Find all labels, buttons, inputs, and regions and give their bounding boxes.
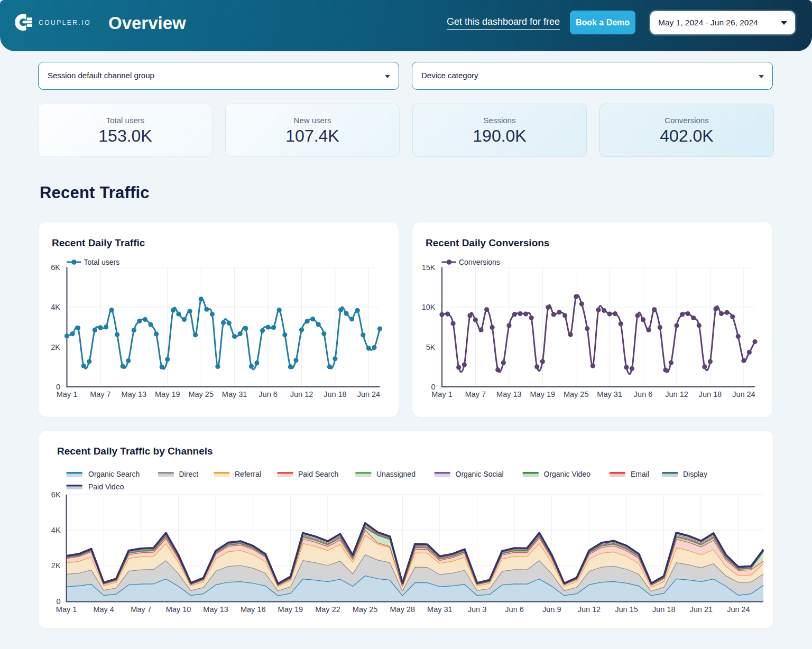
svg-text:Jun 6: Jun 6	[505, 605, 523, 614]
svg-text:Jun 18: Jun 18	[324, 390, 347, 398]
svg-text:May 31: May 31	[597, 390, 622, 398]
svg-text:May 16: May 16	[241, 605, 266, 614]
svg-text:May 19: May 19	[155, 390, 180, 398]
svg-text:4K: 4K	[51, 303, 60, 311]
svg-text:Email: Email	[631, 470, 649, 478]
svg-text:Paid Video: Paid Video	[88, 483, 124, 491]
svg-text:May 25: May 25	[188, 390, 214, 398]
svg-text:May 7: May 7	[131, 605, 152, 614]
svg-text:Jun 9: Jun 9	[542, 605, 561, 614]
svg-text:Jun 3: Jun 3	[468, 605, 486, 614]
svg-text:Direct: Direct	[179, 470, 199, 478]
svg-text:Jun 18: Jun 18	[699, 390, 722, 398]
svg-text:Jun 24: Jun 24	[732, 390, 755, 398]
svg-text:Recent Daily Traffic: Recent Daily Traffic	[52, 237, 145, 248]
svg-text:May 7: May 7	[465, 390, 486, 398]
svg-text:May 4: May 4	[93, 605, 114, 614]
svg-text:Recent Daily Conversions: Recent Daily Conversions	[426, 237, 549, 248]
svg-text:Display: Display	[683, 470, 707, 478]
svg-text:4K: 4K	[51, 526, 61, 534]
svg-text:Total users: Total users	[84, 258, 120, 266]
svg-text:Jun 12: Jun 12	[578, 605, 601, 614]
svg-text:May 13: May 13	[122, 390, 147, 398]
svg-text:6K: 6K	[51, 490, 61, 499]
svg-text:May 19: May 19	[278, 605, 303, 614]
svg-text:Organic Video: Organic Video	[544, 470, 591, 478]
svg-text:Jun 18: Jun 18	[652, 605, 676, 614]
svg-text:May 13: May 13	[203, 605, 228, 614]
svg-text:Paid Search: Paid Search	[298, 470, 338, 478]
svg-text:0: 0	[57, 597, 61, 606]
svg-text:May 28: May 28	[390, 605, 416, 614]
svg-text:May 1: May 1	[56, 605, 77, 614]
svg-text:Jun 6: Jun 6	[259, 390, 277, 398]
svg-text:May 1: May 1	[431, 390, 453, 398]
svg-text:Jun 12: Jun 12	[665, 390, 688, 398]
svg-text:2K: 2K	[51, 343, 60, 351]
svg-text:May 7: May 7	[90, 390, 111, 398]
svg-text:May 1: May 1	[57, 390, 78, 398]
svg-text:Jun 12: Jun 12	[290, 390, 313, 398]
svg-text:Jun 24: Jun 24	[357, 390, 381, 398]
svg-text:Jun 24: Jun 24	[727, 605, 750, 614]
svg-text:6K: 6K	[51, 263, 60, 272]
svg-text:Organic Social: Organic Social	[456, 470, 504, 478]
svg-text:May 25: May 25	[564, 390, 589, 398]
svg-text:Recent Daily Traffic by Channe: Recent Daily Traffic by Channels	[57, 446, 213, 457]
svg-text:Organic Search: Organic Search	[88, 470, 140, 478]
svg-text:May 10: May 10	[166, 605, 191, 614]
svg-text:May 31: May 31	[427, 605, 453, 614]
svg-text:May 25: May 25	[353, 605, 378, 614]
svg-text:May 13: May 13	[496, 390, 522, 398]
svg-text:15K: 15K	[422, 263, 436, 272]
svg-text:May 22: May 22	[315, 605, 340, 614]
svg-text:Jun 21: Jun 21	[690, 605, 713, 614]
svg-text:May 19: May 19	[530, 390, 556, 398]
svg-text:2K: 2K	[51, 561, 61, 570]
svg-text:May 31: May 31	[222, 390, 247, 398]
svg-text:Jun 15: Jun 15	[615, 605, 638, 614]
svg-text:Conversions: Conversions	[459, 258, 500, 266]
svg-text:5K: 5K	[426, 343, 436, 351]
svg-text:Unassigned: Unassigned	[376, 470, 416, 478]
svg-text:Referral: Referral	[235, 470, 261, 478]
svg-text:Jun 6: Jun 6	[634, 390, 652, 398]
svg-text:10K: 10K	[422, 303, 436, 311]
